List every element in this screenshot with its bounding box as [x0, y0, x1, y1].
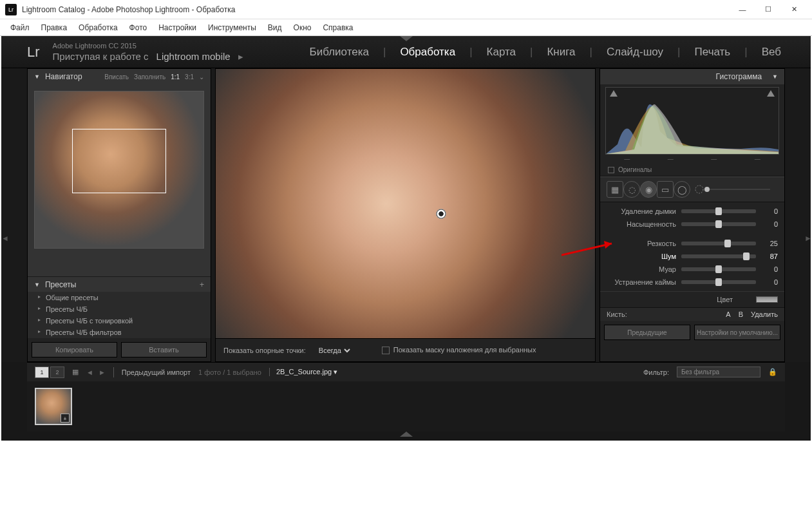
brush-b-button[interactable]: B — [739, 310, 743, 318]
chevron-right-icon[interactable]: ▸ — [238, 50, 243, 63]
slider-Удаление дымки: Удаление дымки0 — [607, 205, 778, 218]
zoom-3-1[interactable]: 3:1 — [185, 73, 194, 81]
chevron-down-icon: ▼ — [34, 281, 40, 288]
crop-tool[interactable]: ▦ — [607, 181, 623, 198]
filmstrip-thumb[interactable]: ± — [35, 388, 72, 425]
add-preset-icon[interactable]: + — [200, 280, 204, 289]
menu-develop[interactable]: Обработка — [73, 22, 123, 33]
slider-Насыщенность: Насыщенность0 — [607, 218, 778, 231]
close-button[interactable]: ✕ — [781, 1, 807, 19]
menu-edit[interactable]: Правка — [36, 22, 73, 33]
logo: Lr — [27, 44, 40, 61]
breadcrumb-source[interactable]: Предыдущий импорт — [122, 368, 191, 376]
next-photo-button[interactable]: ► — [99, 368, 106, 376]
slider-track[interactable] — [681, 222, 756, 226]
reset-defaults-button[interactable]: Настройки по умолчанию... — [694, 325, 780, 340]
maximize-button[interactable]: ☐ — [755, 1, 781, 19]
show-pins-select[interactable]: Всегда — [316, 346, 352, 355]
collapse-bottom[interactable] — [1, 432, 811, 441]
slider-label: Шум — [607, 252, 676, 260]
preset-folder[interactable]: Пресеты Ч/Б фильтров — [28, 327, 211, 338]
spot-tool[interactable]: ◌ — [623, 181, 640, 198]
brush-tool[interactable] — [693, 181, 778, 198]
histogram-display[interactable] — [605, 87, 779, 155]
menu-view[interactable]: Вид — [263, 22, 287, 33]
checkbox-icon[interactable] — [608, 167, 614, 173]
filter-lock-icon[interactable]: 🔒 — [768, 368, 777, 376]
slider-label: Удаление дымки — [607, 207, 676, 215]
navigator-header[interactable]: ▼ Навигатор Вписать Заполнить 1:1 3:1 ⌄ — [28, 69, 211, 84]
menu-settings[interactable]: Настройки — [153, 22, 202, 33]
mobile-prefix: Приступая к работе с — [53, 50, 149, 63]
photo-count: 1 фото / 1 выбрано — [198, 368, 261, 376]
svg-point-0 — [695, 186, 703, 193]
tab-develop[interactable]: Обработка — [396, 46, 459, 59]
filename-label[interactable]: 2B_C_Source.jpg ▾ — [269, 368, 337, 376]
navigator-viewport[interactable] — [72, 129, 166, 193]
histogram-title: Гистограмма — [716, 72, 762, 81]
zoom-fill[interactable]: Заполнить — [134, 73, 165, 81]
graduated-filter-tool[interactable]: ▭ — [657, 181, 674, 198]
color-swatch[interactable] — [756, 296, 778, 303]
slider-track[interactable] — [681, 242, 756, 245]
prev-photo-button[interactable]: ◄ — [86, 368, 93, 376]
zoom-fit[interactable]: Вписать — [104, 73, 129, 81]
slider-track[interactable] — [681, 280, 756, 284]
paste-button[interactable]: Вставить — [121, 342, 207, 357]
tab-library[interactable]: Библиотека — [306, 46, 373, 59]
menu-photo[interactable]: Фото — [124, 22, 153, 33]
navigator-title: Навигатор — [45, 72, 82, 81]
slider-track[interactable] — [681, 267, 756, 271]
adjustment-pin[interactable] — [436, 209, 446, 219]
mask-overlay-checkbox[interactable] — [382, 347, 390, 354]
redeye-tool[interactable]: ◉ — [640, 181, 657, 198]
previous-button[interactable]: Предыдущие — [604, 325, 690, 340]
tab-map[interactable]: Карта — [483, 46, 520, 59]
minimize-button[interactable]: — — [730, 1, 755, 19]
menu-window[interactable]: Окно — [288, 22, 317, 33]
navigator-preview[interactable] — [28, 84, 211, 276]
presets-header[interactable]: ▼ Пресеты + — [28, 276, 211, 292]
left-panel-toggle-icon[interactable]: ◄ — [1, 234, 9, 243]
slider-value: 87 — [761, 252, 778, 260]
menu-help[interactable]: Справка — [317, 22, 358, 33]
highlight-clip-icon[interactable] — [767, 90, 775, 97]
preset-folder[interactable]: Пресеты Ч/Б — [28, 303, 211, 315]
svg-point-2 — [704, 187, 710, 192]
brush-label: Кисть: — [607, 310, 627, 318]
slider-track[interactable] — [681, 209, 756, 213]
menu-bar: Файл Правка Обработка Фото Настройки Инс… — [0, 19, 812, 36]
brush-delete-button[interactable]: Удалить — [751, 310, 778, 318]
main-image-view[interactable] — [215, 68, 596, 339]
shadow-clip-icon[interactable] — [610, 90, 618, 97]
view-single-button[interactable]: 1 — [35, 367, 49, 378]
preset-list: Общие пресеты Пресеты Ч/Б Пресеты Ч/Б с … — [28, 292, 211, 338]
copy-button[interactable]: Копировать — [32, 342, 117, 357]
develop-badge-icon: ± — [61, 414, 70, 423]
preset-folder[interactable]: Пресеты Ч/Б с тонировкой — [28, 315, 211, 327]
tab-print[interactable]: Печать — [691, 46, 735, 59]
preset-folder[interactable]: Общие пресеты — [28, 292, 211, 303]
slider-value: 0 — [761, 207, 778, 215]
brush-a-button[interactable]: A — [726, 310, 730, 318]
tab-slideshow[interactable]: Слайд-шоу — [603, 46, 667, 59]
zoom-1-1[interactable]: 1:1 — [171, 73, 180, 81]
grid-icon[interactable]: ▦ — [72, 368, 79, 376]
menu-tools[interactable]: Инструменты — [203, 22, 261, 33]
tab-book[interactable]: Книга — [543, 46, 579, 59]
slider-value: 0 — [761, 265, 778, 273]
histogram-header[interactable]: Гистограмма ▼ — [600, 69, 784, 84]
tool-strip: ▦ ◌ ◉ ▭ ◯ — [600, 176, 784, 202]
collapse-top-icon[interactable] — [400, 36, 413, 41]
zoom-more-icon[interactable]: ⌄ — [199, 73, 204, 81]
view-compare-button[interactable]: 2 — [50, 367, 64, 378]
slider-Устранение каймы: Устранение каймы0 — [607, 276, 778, 289]
mobile-link[interactable]: Lightroom mobile — [156, 50, 231, 63]
radial-filter-tool[interactable]: ◯ — [674, 181, 690, 198]
slider-label: Резкость — [607, 240, 676, 247]
filter-select[interactable]: Без фильтра — [677, 367, 760, 377]
slider-track[interactable] — [681, 254, 756, 258]
menu-file[interactable]: Файл — [5, 22, 35, 33]
right-panel-toggle-icon[interactable]: ► — [804, 234, 812, 243]
tab-web[interactable]: Веб — [758, 46, 785, 59]
